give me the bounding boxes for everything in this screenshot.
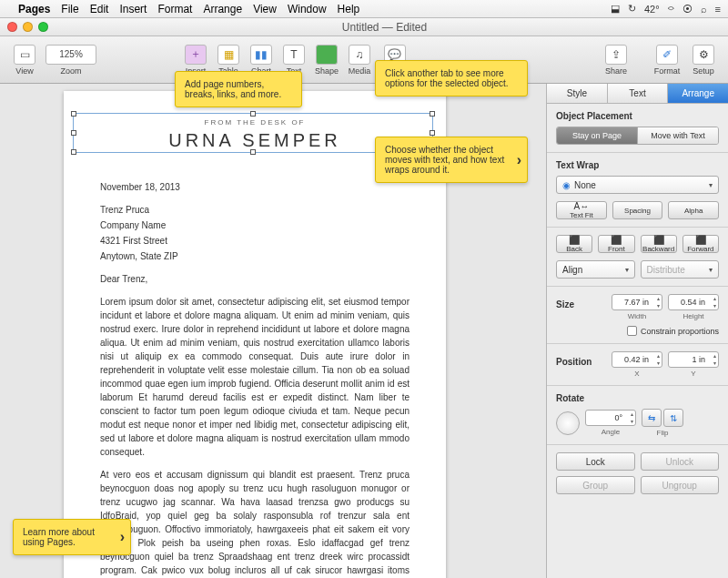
resize-handle[interactable] <box>250 111 256 117</box>
flip-control: ⇆ ⇅ Flip <box>642 409 683 437</box>
flip-label: Flip <box>657 429 669 437</box>
app-menu[interactable]: Pages <box>18 3 50 15</box>
tab-text[interactable]: Text <box>608 84 669 103</box>
setup-button[interactable]: ⚙Setup <box>688 45 719 76</box>
tab-arrange[interactable]: Arrange <box>668 84 728 103</box>
send-front-button[interactable]: ⬛Front <box>598 235 634 253</box>
distribute-dropdown[interactable]: Distribute <box>641 260 720 279</box>
unlock-button[interactable]: Unlock <box>641 452 720 471</box>
text-wrap-dropdown[interactable]: ◉ None <box>556 176 719 194</box>
body-paragraph: At vero eos et accusam dignissum qui bla… <box>100 468 410 578</box>
resize-handle[interactable] <box>430 111 435 117</box>
view-label: View <box>15 66 33 76</box>
constrain-checkbox[interactable]: Constrain proportions <box>556 326 719 336</box>
text-fit-button[interactable]: A↔Text Fit <box>556 201 607 219</box>
view-menu[interactable]: View <box>253 3 277 15</box>
search-icon[interactable]: ⌕ <box>701 4 707 15</box>
spacing-label: Spacing <box>624 207 651 215</box>
angle-field[interactable]: 0°Angle <box>585 410 636 436</box>
callout-tabs: Click another tab to see more options fo… <box>375 60 528 96</box>
window-titlebar: Untitled — Edited <box>0 18 728 36</box>
file-menu[interactable]: File <box>61 3 78 15</box>
inspector-sidebar: Style Text Arrange Object Placement Stay… <box>546 84 728 578</box>
y-value[interactable]: 1 in <box>668 351 719 368</box>
alpha-field[interactable]: Alpha <box>668 201 719 219</box>
resize-handle[interactable] <box>71 130 76 136</box>
forward-icon: ⬛ <box>695 236 706 245</box>
shape-icon <box>316 45 338 65</box>
resize-handle[interactable] <box>430 130 435 136</box>
shape-button[interactable]: Shape <box>311 45 342 76</box>
format-icon: ✐ <box>656 45 678 65</box>
send-backward-button[interactable]: ⬛Backward <box>641 235 677 253</box>
angle-wheel[interactable] <box>556 411 580 435</box>
align-dropdown[interactable]: Align <box>556 260 635 279</box>
bluetooth-icon[interactable]: ⦿ <box>682 4 693 15</box>
back-icon: ⬛ <box>569 236 580 245</box>
spacing-field[interactable]: Spacing <box>612 201 663 219</box>
notifications-icon[interactable]: ≡ <box>715 4 721 15</box>
sync-icon[interactable]: ↻ <box>628 3 636 15</box>
backward-icon: ⬛ <box>653 236 664 245</box>
text-wrap-label: Text Wrap <box>556 160 719 170</box>
letter-date: November 18, 2013 <box>100 180 410 194</box>
format-button[interactable]: ✐Format <box>652 45 682 76</box>
back-label: Back <box>566 245 582 253</box>
zoom-selector[interactable]: 125% Zoom <box>46 45 96 76</box>
size-label: Size <box>556 299 606 309</box>
dropbox-icon[interactable]: ⬓ <box>611 3 620 15</box>
zoom-button[interactable] <box>38 22 48 32</box>
placement-segment[interactable]: Stay on Page Move with Text <box>556 127 719 145</box>
toolbar: ▭ View 125% Zoom ＋Insert ▦Table ▮▮Chart … <box>0 36 728 84</box>
media-button[interactable]: ♫Media <box>344 45 375 76</box>
front-label: Front <box>608 245 625 253</box>
move-with-text-option[interactable]: Move with Text <box>638 127 718 144</box>
format-menu[interactable]: Format <box>157 3 192 15</box>
minimize-button[interactable] <box>23 22 33 32</box>
arrange-menu[interactable]: Arrange <box>203 3 242 15</box>
salutation: Dear Trenz, <box>100 272 410 286</box>
media-label: Media <box>349 66 371 76</box>
x-value[interactable]: 0.42 in <box>612 351 662 368</box>
flip-vertical-button[interactable]: ⇅ <box>663 409 683 427</box>
share-button[interactable]: ⇪Share <box>601 45 632 76</box>
help-menu[interactable]: Help <box>338 3 360 15</box>
send-back-button[interactable]: ⬛Back <box>556 235 592 253</box>
resize-handle[interactable] <box>250 149 256 155</box>
view-button[interactable]: ▭ View <box>9 45 40 76</box>
stay-on-page-option[interactable]: Stay on Page <box>557 127 638 144</box>
close-button[interactable] <box>7 22 17 32</box>
height-field[interactable]: 0.54 inHeight <box>668 294 719 320</box>
checkbox-icon[interactable] <box>627 326 637 336</box>
height-value[interactable]: 0.54 in <box>668 294 719 310</box>
chart-icon: ▮▮ <box>250 45 272 65</box>
x-field[interactable]: 0.42 inX <box>612 351 662 378</box>
resize-handle[interactable] <box>71 149 76 155</box>
letter-body[interactable]: November 18, 2013 Trenz Pruca Company Na… <box>100 180 410 578</box>
send-forward-button[interactable]: ⬛Forward <box>682 235 719 253</box>
group-button[interactable]: Group <box>556 476 635 494</box>
resize-handle[interactable] <box>71 111 76 117</box>
share-icon: ⇪ <box>605 45 627 65</box>
weather-status[interactable]: 42° <box>644 4 660 15</box>
lock-button[interactable]: Lock <box>556 452 635 471</box>
zoom-value[interactable]: 125% <box>46 45 96 65</box>
view-icon: ▭ <box>14 45 35 65</box>
width-field[interactable]: 7.67 inWidth <box>612 294 662 320</box>
flip-horizontal-button[interactable]: ⇆ <box>642 409 662 427</box>
edit-menu[interactable]: Edit <box>90 3 109 15</box>
system-menubar: Pages File Edit Insert Format Arrange Vi… <box>0 0 728 18</box>
forward-label: Forward <box>687 245 713 253</box>
insert-menu[interactable]: Insert <box>119 3 147 15</box>
y-field[interactable]: 1 inY <box>668 351 719 378</box>
tab-style[interactable]: Style <box>547 84 608 103</box>
window-menu[interactable]: Window <box>288 3 327 15</box>
wifi-icon[interactable]: ⌔ <box>668 4 674 15</box>
position-label: Position <box>556 357 606 367</box>
angle-value[interactable]: 0° <box>585 410 636 426</box>
alpha-label: Alpha <box>684 207 703 215</box>
width-value[interactable]: 7.67 in <box>612 294 662 310</box>
callout-learn[interactable]: Learn more about using Pages. <box>13 519 131 555</box>
insert-icon: ＋ <box>185 45 207 65</box>
ungroup-button[interactable]: Ungroup <box>641 476 720 494</box>
